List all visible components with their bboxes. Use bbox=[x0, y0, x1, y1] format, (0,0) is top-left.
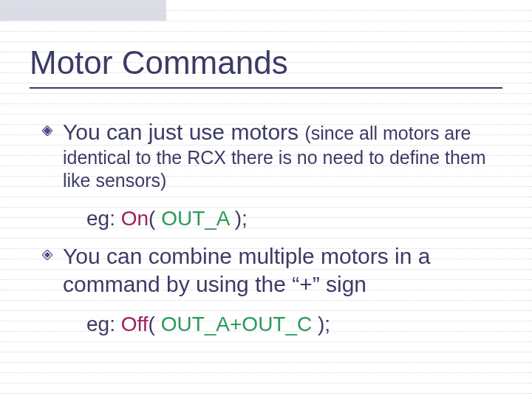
example-2-close: ); bbox=[312, 313, 330, 335]
slide-title: Motor Commands bbox=[30, 44, 502, 81]
bullet-item-2: You can combine multiple motors in a com… bbox=[63, 242, 488, 298]
bullet-item-1: You can just use motors (since all motor… bbox=[63, 118, 488, 192]
example-2-arg: OUT_A+OUT_C bbox=[161, 313, 313, 335]
slide: Motor Commands You can just use motors (… bbox=[0, 0, 532, 399]
example-1-fn: On bbox=[121, 207, 149, 230]
example-1-arg: OUT_A bbox=[161, 207, 229, 230]
example-2-fn: Off bbox=[121, 313, 149, 335]
example-2-prefix: eg: bbox=[86, 313, 121, 335]
example-2-open: ( bbox=[149, 313, 161, 335]
example-1: eg: On( OUT_A ); bbox=[63, 205, 488, 232]
title-underline bbox=[30, 87, 502, 89]
diamond-bullet-icon bbox=[42, 250, 52, 260]
slide-body: You can just use motors (since all motor… bbox=[30, 118, 502, 338]
example-1-close: ); bbox=[229, 207, 248, 230]
bullet-2-text: You can combine multiple motors in a com… bbox=[63, 244, 431, 296]
example-1-prefix: eg: bbox=[86, 207, 121, 230]
example-1-open: ( bbox=[149, 207, 161, 230]
svg-marker-5 bbox=[44, 252, 50, 258]
diamond-bullet-icon bbox=[42, 126, 52, 136]
example-2: eg: Off( OUT_A+OUT_C ); bbox=[63, 311, 488, 338]
svg-marker-3 bbox=[44, 128, 50, 134]
bullet-1-main: You can just use motors bbox=[63, 120, 304, 144]
